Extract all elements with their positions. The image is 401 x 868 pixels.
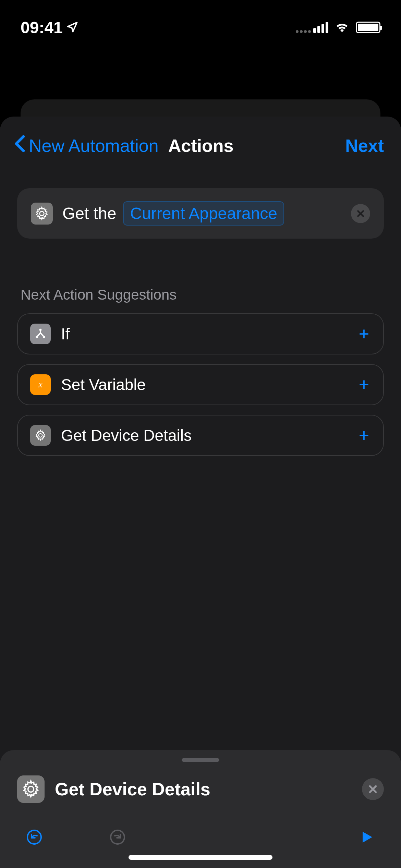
location-arrow-icon — [66, 18, 78, 37]
svg-point-6 — [28, 786, 34, 792]
undo-button[interactable] — [24, 827, 45, 847]
spacer — [190, 827, 211, 847]
battery-icon — [356, 22, 380, 33]
action-prefix: Get the — [62, 204, 116, 223]
redo-button[interactable] — [107, 827, 128, 847]
clear-search-button[interactable] — [362, 778, 384, 800]
spacer — [274, 827, 294, 847]
suggestion-list: If + x Set Variable + Get Device Details… — [17, 313, 384, 456]
svg-point-1 — [40, 329, 41, 330]
action-text: Get the Current Appearance — [62, 201, 341, 226]
suggestion-item-set-variable[interactable]: x Set Variable + — [17, 364, 384, 405]
svg-point-2 — [36, 337, 37, 338]
search-row: Get Device Details — [0, 762, 401, 817]
navigation-bar: New Automation Actions Next — [0, 117, 401, 171]
variable-icon: x — [30, 374, 51, 395]
play-button[interactable] — [356, 827, 377, 847]
suggestion-label: Get Device Details — [61, 426, 347, 445]
svg-point-3 — [44, 337, 45, 338]
bottom-search-panel[interactable]: Get Device Details — [0, 750, 401, 868]
svg-point-0 — [40, 211, 44, 216]
suggestion-item-get-device-details[interactable]: Get Device Details + — [17, 415, 384, 456]
suggestion-label: If — [61, 325, 347, 343]
suggestions-header: Next Action Suggestions — [21, 287, 380, 303]
toolbar — [0, 817, 401, 868]
suggestion-label: Set Variable — [61, 375, 347, 394]
next-button[interactable]: Next — [345, 135, 384, 156]
gear-icon — [30, 425, 51, 446]
status-bar: 09:41 — [0, 0, 401, 48]
cellular-signal-icon — [296, 22, 328, 33]
status-time-group: 09:41 — [21, 18, 78, 37]
nav-back-label: New Automation — [29, 135, 159, 156]
nav-title: Actions — [168, 135, 234, 156]
add-suggestion-button[interactable]: + — [357, 425, 371, 446]
chevron-left-icon — [14, 134, 26, 157]
gear-icon — [17, 775, 45, 803]
gear-icon — [31, 203, 53, 225]
drag-handle[interactable] — [182, 758, 219, 762]
add-suggestion-button[interactable]: + — [357, 324, 371, 344]
nav-back-group[interactable]: New Automation Actions — [14, 134, 233, 157]
action-parameter[interactable]: Current Appearance — [123, 201, 284, 226]
main-sheet: New Automation Actions Next Get the Curr… — [0, 117, 401, 868]
action-card[interactable]: Get the Current Appearance — [17, 188, 384, 239]
search-text[interactable]: Get Device Details — [55, 779, 352, 799]
svg-point-5 — [39, 434, 42, 437]
home-indicator[interactable] — [129, 855, 272, 860]
branch-icon — [30, 324, 51, 344]
wifi-icon — [335, 21, 350, 34]
status-indicators — [296, 21, 380, 34]
status-time: 09:41 — [21, 18, 63, 37]
suggestion-item-if[interactable]: If + — [17, 313, 384, 354]
svg-text:x: x — [38, 379, 42, 389]
delete-action-button[interactable] — [351, 204, 370, 223]
add-suggestion-button[interactable]: + — [357, 374, 371, 395]
